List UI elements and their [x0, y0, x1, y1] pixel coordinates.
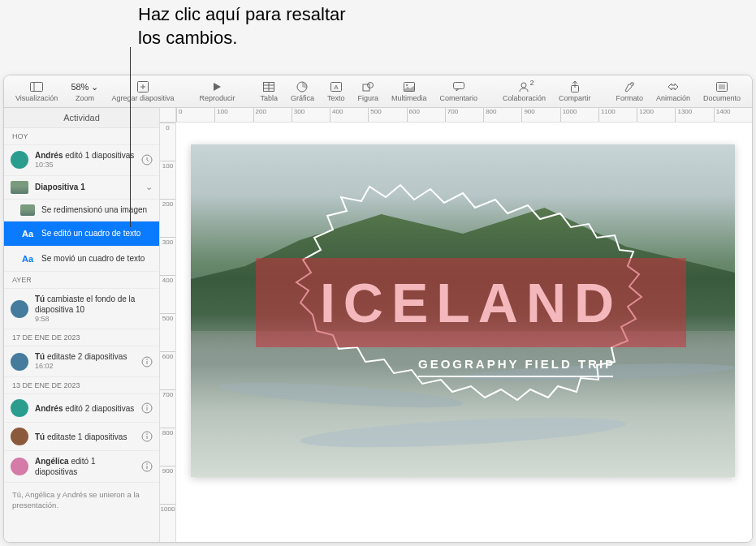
title-text-box[interactable]: ICELAND: [256, 258, 686, 347]
animate-button[interactable]: Animación: [650, 79, 697, 104]
avatar: [11, 428, 28, 445]
svg-rect-0: [31, 83, 43, 92]
activity-text: Angélica editó 1 diapositivas: [35, 456, 135, 477]
document-button[interactable]: Documento: [697, 79, 747, 104]
slide-row[interactable]: Diapositiva 1 ⌄: [4, 176, 159, 200]
activity-sidebar: Actividad HOY Andrés editó 1 diapositiva…: [4, 108, 160, 542]
svg-point-34: [146, 463, 148, 465]
activity-text: Tú cambiaste el fondo de la diapositiva …: [35, 294, 153, 325]
text-button[interactable]: A Texto: [321, 79, 352, 104]
activity-row[interactable]: Tú editaste 2 diapositivas16:02: [4, 346, 159, 377]
image-thumb-icon: [20, 204, 35, 216]
section-ene13: 13 de ene de 2023: [4, 377, 159, 394]
sub-label: Se redimensionó una imagen: [41, 205, 147, 214]
avatar: [11, 458, 28, 475]
activity-text: Tú editaste 2 diapositivas16:02: [35, 351, 135, 372]
format-button[interactable]: Formato: [609, 79, 650, 104]
chevron-down-icon: ⌄: [145, 182, 153, 192]
callout-leader-line: [130, 47, 131, 227]
share-button[interactable]: Compartir: [552, 79, 598, 104]
ruler-horizontal: 0100200300400500600700800900100011001200…: [176, 108, 752, 123]
sidebar-title: Actividad: [4, 108, 159, 128]
activity-text: Tú editaste 1 diapositivas: [35, 432, 135, 442]
toolbar: Visualización 58% ⌄ Zoom Agregar diaposi…: [4, 75, 752, 108]
slide-thumb: [11, 181, 28, 194]
slide-canvas[interactable]: ICELAND GEOGRAPHY FIELD TRIP: [191, 144, 735, 477]
activity-sub-move-text[interactable]: Aa Se movió un cuadro de texto: [4, 247, 159, 272]
join-note: Tú, Angélica y Andrés se unieron a la pr…: [4, 483, 159, 519]
avatar: [11, 300, 28, 318]
avatar: [11, 151, 28, 169]
section-hoy: HOY: [4, 128, 159, 145]
info-icon[interactable]: [141, 461, 153, 472]
svg-point-28: [146, 405, 148, 406]
slide-title: ICELAND: [320, 271, 622, 334]
text-edit-icon: Aa: [20, 252, 35, 266]
info-icon[interactable]: [141, 402, 153, 414]
play-button[interactable]: Reproducir: [192, 79, 241, 104]
slide-label: Diapositiva 1: [35, 182, 139, 192]
chart-button[interactable]: Gráfica: [284, 79, 321, 104]
ruler-corner: [160, 108, 176, 123]
view-button[interactable]: Visualización: [9, 79, 64, 104]
section-ayer: Ayer: [4, 272, 159, 289]
media-button[interactable]: Multimedia: [385, 79, 434, 104]
activity-text: Andrés editó 1 diapositivas10:35: [35, 150, 135, 170]
activity-row[interactable]: Tú editaste 1 diapositivas: [4, 423, 159, 451]
svg-text:A: A: [334, 84, 339, 91]
svg-point-13: [368, 83, 374, 88]
slide-subtitle[interactable]: GEOGRAPHY FIELD TRIP: [418, 357, 616, 371]
sub-label: Se movió un cuadro de texto: [41, 254, 145, 263]
activity-row[interactable]: Andrés editó 1 diapositivas10:35: [4, 145, 159, 176]
svg-rect-16: [453, 83, 464, 89]
svg-point-31: [146, 433, 148, 435]
table-button[interactable]: Tabla: [253, 79, 284, 104]
comment-button[interactable]: Comentario: [433, 79, 484, 104]
ruler-vertical: 01002003004005006007008009001000: [160, 123, 176, 542]
activity-row[interactable]: Andrés editó 2 diapositivas: [4, 394, 159, 423]
add-slide-button[interactable]: Agregar diapositiva: [105, 79, 180, 104]
svg-point-15: [406, 84, 408, 86]
svg-rect-21: [719, 84, 725, 89]
section-ene17: 17 de ene de 2023: [4, 329, 159, 346]
clock-icon: [141, 154, 153, 166]
svg-point-25: [146, 359, 148, 360]
help-callout: Haz clic aquí para resaltar los cambios.: [138, 3, 346, 49]
svg-point-17: [521, 83, 526, 88]
subtitle-underline: [418, 376, 613, 377]
collaborate-button[interactable]: 2 Colaboración: [496, 79, 552, 104]
keynote-window: Visualización 58% ⌄ Zoom Agregar diaposi…: [3, 75, 753, 543]
info-icon[interactable]: [141, 431, 153, 442]
shape-button[interactable]: Figura: [351, 79, 385, 104]
activity-row[interactable]: Angélica editó 1 diapositivas: [4, 451, 159, 483]
main-area: Actividad HOY Andrés editó 1 diapositiva…: [4, 108, 752, 542]
activity-sub-edit-text[interactable]: Aa Se editó un cuadro de texto: [4, 221, 159, 247]
sub-label: Se editó un cuadro de texto: [41, 229, 140, 238]
avatar: [11, 399, 28, 417]
activity-sub-resize-image[interactable]: Se redimensionó una imagen: [4, 200, 159, 221]
info-icon[interactable]: [141, 356, 153, 368]
zoom-dropdown[interactable]: 58% ⌄ Zoom: [64, 79, 105, 104]
activity-text: Andrés editó 2 diapositivas: [35, 403, 135, 414]
activity-row[interactable]: Tú cambiaste el fondo de la diapositiva …: [4, 289, 159, 330]
text-edit-icon: Aa: [20, 226, 35, 241]
avatar: [11, 353, 28, 371]
canvas-area[interactable]: 0100200300400500600700800900100011001200…: [160, 108, 752, 542]
